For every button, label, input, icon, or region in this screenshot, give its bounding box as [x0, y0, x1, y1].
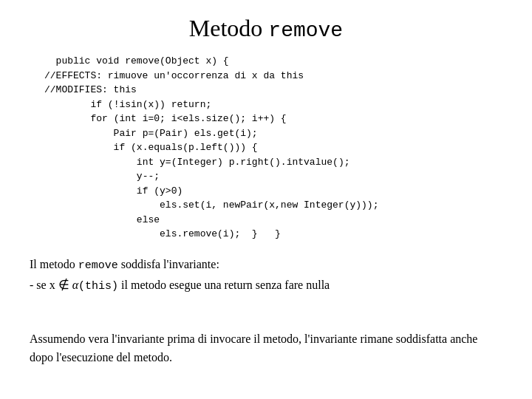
desc-method-name: remove [78, 259, 118, 272]
description-block: Il metodo remove soddisfa l'invariante: … [30, 255, 502, 296]
code-line-12: else [44, 213, 502, 228]
code-block: public void remove(Object x) { //EFFECTS… [30, 54, 502, 242]
title-method: remove [268, 19, 343, 42]
code-line-11: els.set(i, newPair(x,new Integer(y))); [44, 198, 502, 213]
code-line-5: for (int i=0; i<els.size(); i++) { [44, 112, 502, 126]
desc-notin: ∉ [58, 278, 69, 292]
page: Metodo remove public void remove(Object … [0, 0, 532, 399]
code-line-2: //EFFECTS: rimuove un'occorrenza di x da… [44, 69, 502, 83]
desc-il-metodo: Il metodo [30, 258, 78, 270]
code-line-6: Pair p=(Pair) els.get(i); [44, 126, 502, 141]
code-line-3: //MODIFIES: this [44, 83, 502, 98]
desc-line2: - se x ∉ α(this) il metodo esegue una re… [30, 279, 330, 291]
conclusion-block: Assumendo vera l'invariante prima di inv… [30, 330, 502, 367]
desc-middle: soddisfa l'invariante: [118, 258, 219, 270]
separator [30, 312, 502, 325]
desc-this-paren: (this) [78, 280, 118, 293]
desc-se-x: - se x [30, 279, 58, 291]
code-line-8: int y=(Integer) p.right().intvalue(); [44, 155, 502, 170]
code-line-10: if (y>0) [44, 184, 502, 199]
desc-suffix: il metodo esegue una return senza fare n… [118, 279, 330, 291]
code-line-4: if (!isin(x)) return; [44, 98, 502, 112]
conclusion-text: Assumendo vera l'invariante prima di inv… [30, 332, 477, 364]
code-line-9: y--; [44, 169, 502, 184]
code-line-7: if (x.equals(p.left())) { [44, 140, 502, 155]
title-prefix: Metodo [189, 15, 269, 41]
page-title: Metodo remove [30, 15, 502, 42]
desc-alpha: α [72, 279, 78, 291]
code-line-1: public void remove(Object x) { [44, 54, 502, 69]
desc-line1: Il metodo remove soddisfa l'invariante: [30, 258, 219, 270]
code-line-13: els.remove(i); } } [44, 227, 502, 242]
